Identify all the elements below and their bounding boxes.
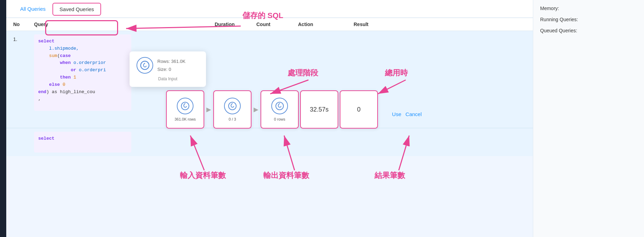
popup-rows: Rows: 361.0K <box>157 57 185 65</box>
col-no: No <box>13 22 34 27</box>
sql-code: select l.shipmode, sum(case when o.order… <box>34 34 131 111</box>
action-area: Use Cancel <box>392 111 422 117</box>
stage-circle-1 <box>177 98 193 114</box>
data-input-icon <box>137 57 153 74</box>
sql-code-2: select <box>34 132 131 153</box>
col-empty1 <box>131 22 173 27</box>
col-duration: Duration <box>215 22 256 27</box>
col-count: Count <box>256 22 298 27</box>
popup-label: Data Input <box>137 76 199 81</box>
stage-box-2: 0 / 3 <box>213 90 251 129</box>
right-panel: Memory: Running Queries: Queued Queries: <box>533 0 644 237</box>
popup-stats: Rows: 361.0K Size: 0 <box>157 57 185 74</box>
annotation-input-rows: 輸入資料筆數 <box>180 170 226 181</box>
svg-point-0 <box>141 61 149 70</box>
cancel-button[interactable]: Cancel <box>405 111 422 117</box>
running-queries-label: Running Queries: <box>540 17 637 22</box>
col-query: Query <box>34 22 131 27</box>
table-row-2: select <box>6 128 533 156</box>
col-result: Result <box>354 22 402 27</box>
annotation-output-rows: 輸出資料筆數 <box>263 170 309 181</box>
col-action: Action <box>298 22 354 27</box>
stage-label-1: 361.0K rows <box>174 117 196 121</box>
duration-box: 32.57s <box>300 90 338 129</box>
dark-sidebar <box>0 0 6 237</box>
tab-all-queries[interactable]: All Queries <box>13 1 52 17</box>
popup-size: Size: 0 <box>157 65 185 73</box>
stage-circle-2 <box>224 98 241 114</box>
popup-header: Rows: 361.0K Size: 0 <box>137 57 199 74</box>
use-button[interactable]: Use <box>392 111 402 117</box>
tab-saved-queries[interactable]: Saved Queries <box>52 3 101 16</box>
stage-label-2: 0 / 3 <box>229 117 236 121</box>
stage-circle-3 <box>271 98 288 114</box>
arrow-1: ▶ <box>206 106 211 113</box>
memory-label: Memory: <box>540 6 637 11</box>
col-empty2 <box>173 22 215 27</box>
popup-tooltip: Rows: 361.0K Size: 0 Data Input <box>130 51 206 87</box>
row-number: 1. <box>13 34 34 42</box>
arrow-2: ▶ <box>254 106 258 113</box>
count-box: 0 <box>340 90 378 129</box>
queued-queries-label: Queued Queries: <box>540 28 637 33</box>
annotation-result-rows: 結果筆數 <box>374 170 405 181</box>
stages-area: 361.0K rows ▶ 0 / 3 ▶ <box>166 90 378 129</box>
stage-box-3: 0 rows <box>261 90 299 129</box>
row-number-2 <box>13 132 34 134</box>
left-panel: All Queries Saved Queries No Query Durat… <box>6 0 533 237</box>
stage-label-3: 0 rows <box>274 117 285 121</box>
table-header: No Query Duration Count Action Result <box>6 18 533 31</box>
stage-box-1: 361.0K rows <box>166 90 204 129</box>
tabs-bar: All Queries Saved Queries <box>6 0 533 18</box>
